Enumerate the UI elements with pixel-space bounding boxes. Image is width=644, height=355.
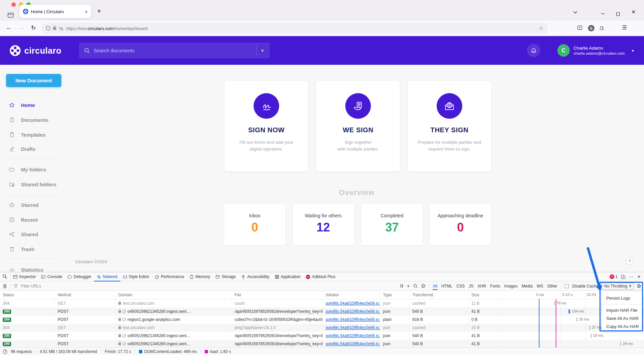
initiator-link[interactable]: polyfills.54a6329f54ec0e56.js:18 bbox=[326, 301, 380, 306]
performance-analysis-icon[interactable] bbox=[3, 349, 7, 354]
sidebar-item-shared-folders[interactable]: Shared folders bbox=[9, 181, 56, 187]
extensions-puzzle-icon[interactable] bbox=[599, 25, 604, 30]
request-row[interactable]: 200 POST o4505159621345280.ingest.sent… … bbox=[0, 332, 644, 340]
request-row[interactable]: 304 GET test.circularo.com count polyfil… bbox=[0, 299, 644, 307]
bookmark-star-icon[interactable]: ☆ bbox=[539, 25, 544, 31]
sign-now-card[interactable]: SIGN NOW Fill out forms and add yourdigi… bbox=[225, 81, 308, 171]
devtools-menu-icon[interactable]: ⋯ bbox=[629, 274, 634, 279]
sidebar-item-drafts[interactable]: Drafts bbox=[9, 146, 35, 152]
filter-type-media[interactable]: Media bbox=[521, 283, 533, 289]
menu-item-save-all-har[interactable]: Save All As HAR bbox=[602, 314, 642, 322]
col-status[interactable]: Status bbox=[0, 291, 55, 299]
filter-type-html[interactable]: HTML bbox=[441, 283, 453, 289]
sidebar-item-documents[interactable]: Documents bbox=[9, 117, 49, 123]
menu-item-copy-all-har[interactable]: Copy All As HAR bbox=[602, 322, 642, 330]
throttling-select[interactable]: No Throttling bbox=[602, 283, 633, 290]
tab-storage[interactable]: Storage bbox=[213, 272, 238, 281]
menu-item-persist-logs[interactable]: Persist Logs bbox=[602, 293, 642, 303]
filter-type-all[interactable]: All bbox=[433, 283, 438, 289]
user-menu[interactable]: C Charlie Adams charlie.adams@circularo.… bbox=[557, 44, 625, 57]
s-extension-icon[interactable]: S bbox=[588, 25, 594, 31]
col-domain[interactable]: Domain bbox=[116, 291, 232, 299]
disable-cache-label[interactable]: Disable Cache bbox=[572, 284, 598, 289]
initiator-link[interactable]: polyfills.54a6329f54ec0e56.js:18 bbox=[326, 333, 380, 338]
search-requests-icon[interactable] bbox=[413, 284, 418, 288]
filter-type-fonts[interactable]: Fonts bbox=[490, 283, 501, 289]
browser-tab[interactable]: Home | Circularo × bbox=[20, 5, 91, 18]
disable-cache-checkbox[interactable] bbox=[565, 284, 569, 288]
tab-application[interactable]: Application bbox=[272, 272, 303, 281]
sidebar-item-home[interactable]: Home bbox=[9, 102, 35, 108]
back-icon[interactable]: ← bbox=[6, 24, 12, 31]
new-document-button[interactable]: New Document bbox=[6, 74, 61, 87]
block-request-icon[interactable] bbox=[421, 284, 426, 288]
search-filter-caret-icon[interactable]: ▼ bbox=[261, 49, 264, 53]
address-bar[interactable]: https://test.circularo.com/home/dashboar… bbox=[42, 23, 548, 34]
har-gear-icon[interactable]: ⚙ bbox=[637, 283, 641, 289]
clear-requests-icon[interactable] bbox=[3, 284, 7, 289]
lock-icon[interactable] bbox=[53, 27, 56, 30]
request-row[interactable]: 204 POST region1.google-analytics.com co… bbox=[0, 316, 644, 324]
sidebar-item-starred[interactable]: Starred bbox=[9, 202, 39, 208]
col-file[interactable]: File bbox=[232, 291, 323, 299]
window-maximize-icon[interactable] bbox=[616, 11, 620, 17]
new-tab-button[interactable]: + bbox=[97, 7, 101, 15]
sidebar-item-shared[interactable]: Shared bbox=[9, 231, 38, 237]
window-close-icon[interactable]: × bbox=[632, 8, 636, 16]
tab-performance[interactable]: Performance bbox=[152, 272, 187, 281]
pick-element-icon[interactable] bbox=[0, 272, 10, 281]
initiator-link[interactable]: polyfills.54a6329f54ec0e56.js:18 bbox=[326, 317, 380, 322]
reload-icon[interactable]: ↻ bbox=[31, 24, 36, 31]
tracking-shield-icon[interactable] bbox=[46, 26, 50, 31]
tab-close-icon[interactable]: × bbox=[85, 9, 88, 15]
col-type[interactable]: Type bbox=[380, 291, 410, 299]
error-count-badge[interactable]: ! 1 bbox=[610, 274, 618, 279]
we-sign-card[interactable]: WE SIGN Sign togetherwith multiple parti… bbox=[316, 81, 400, 171]
initiator-link[interactable]: polyfills.54a6329f54ec0e56.js:18 bbox=[326, 325, 380, 330]
request-row[interactable]: 200 POST o4505159621345280.ingest.sent… … bbox=[0, 340, 644, 348]
tab-accessibility[interactable]: Accessibility bbox=[238, 272, 272, 281]
sidebar-item-trash[interactable]: Trash bbox=[9, 246, 34, 252]
filter-type-ws[interactable]: WS bbox=[536, 283, 544, 289]
sidebar-panel-icon[interactable] bbox=[577, 25, 582, 30]
search-input[interactable] bbox=[94, 48, 252, 53]
tab-list-chevron-icon[interactable] bbox=[573, 11, 577, 13]
filter-type-other[interactable]: Other bbox=[547, 283, 558, 289]
notifications-button[interactable] bbox=[527, 44, 540, 57]
request-row[interactable]: 304 GET test.circularo.com ping?appName=… bbox=[0, 324, 644, 332]
pause-recording-icon[interactable] bbox=[400, 284, 403, 289]
tab-memory[interactable]: Memory bbox=[187, 272, 213, 281]
filter-type-xhr[interactable]: XHR bbox=[477, 283, 486, 289]
site-permissions-icon[interactable] bbox=[59, 26, 63, 30]
macos-close-icon[interactable] bbox=[11, 2, 16, 7]
request-row[interactable]: 200 POST o4505159621345280.ingest.sent… … bbox=[0, 307, 644, 316]
filter-type-css[interactable]: CSS bbox=[456, 283, 465, 289]
initiator-link[interactable]: polyfills.54a6329f54ec0e56.js:18 bbox=[326, 309, 380, 314]
sidebar-item-statistics[interactable]: Statistics bbox=[9, 267, 43, 272]
tab-inspector[interactable]: Inspector bbox=[10, 272, 38, 281]
initiator-link[interactable]: polyfills.54a6329f54ec0e56.js:18 bbox=[326, 342, 380, 346]
tab-debugger[interactable]: Debugger bbox=[65, 272, 94, 281]
circularo-logo[interactable]: circularo bbox=[9, 45, 61, 56]
col-size[interactable]: Size bbox=[469, 291, 498, 299]
tab-adblock-plus[interactable]: ABP Adblock Plus bbox=[303, 272, 338, 281]
user-menu-caret-icon[interactable]: ▼ bbox=[631, 49, 635, 53]
new-request-icon[interactable]: + bbox=[407, 283, 410, 289]
responsive-design-icon[interactable] bbox=[621, 275, 625, 279]
col-initiator[interactable]: Initiator bbox=[323, 291, 380, 299]
tab-console[interactable]: Console bbox=[38, 272, 65, 281]
sidebar-item-templates[interactable]: Templates bbox=[9, 132, 46, 138]
col-method[interactable]: Method bbox=[55, 291, 116, 299]
forward-icon[interactable]: → bbox=[19, 24, 24, 31]
menu-icon[interactable]: ☰ bbox=[622, 24, 627, 31]
help-button[interactable]: ? bbox=[626, 257, 634, 265]
tab-network[interactable]: Network bbox=[94, 272, 120, 281]
stat-inbox[interactable]: Inbox 0 bbox=[224, 204, 285, 245]
devtools-close-icon[interactable]: ✕ bbox=[637, 274, 641, 279]
document-search[interactable]: ▼ bbox=[79, 43, 270, 58]
they-sign-card[interactable]: THEY SIGN Prepare for multiple parties a… bbox=[408, 81, 491, 171]
filter-urls-input[interactable] bbox=[21, 284, 105, 289]
url-text[interactable]: https://test.circularo.com/home/dashboar… bbox=[66, 26, 536, 31]
window-minimize-icon[interactable]: – bbox=[601, 10, 604, 17]
menu-item-import-har[interactable]: Import HAR File bbox=[602, 306, 642, 314]
